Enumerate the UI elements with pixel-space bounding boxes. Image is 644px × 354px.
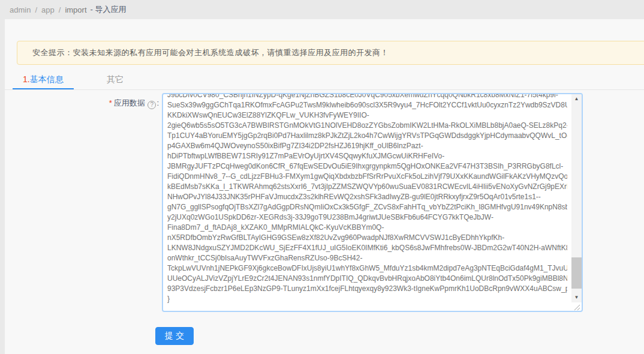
tab-basic-info-label: 基本信息 <box>30 74 64 84</box>
tab-number-prefix: 1. <box>23 74 30 84</box>
textarea-clip: J9bcDIv0CV980_CSBnjn1INZypD-qKge1NjZnBGZ… <box>163 94 582 311</box>
submit-button[interactable]: 提 交 <box>155 327 194 345</box>
main-content: 安全提示：安装未知来源的私有应用可能会对主机系统造成破坏，请慎重选择应用及应用的… <box>5 19 644 354</box>
breadcrumb-separator: / <box>59 5 61 14</box>
resize-handle-icon[interactable] <box>573 302 580 310</box>
scrollbar-thumb[interactable] <box>571 257 582 289</box>
app-data-value: J9bcDIv0CV980_CSBnjn1INZypD-qKge1NjZnBGZ… <box>167 94 567 304</box>
help-question-icon[interactable]: ? <box>148 101 156 109</box>
scroll-up-icon[interactable]: ▲ <box>571 94 582 104</box>
breadcrumb: admin / app / import - 导入应用 <box>0 0 644 19</box>
security-alert-text: 安全提示：安装未知来源的私有应用可能会对主机系统造成破坏，请慎重选择应用及应用的… <box>32 47 389 58</box>
tab-basic-info[interactable]: 1.基本信息 <box>13 71 74 89</box>
app-data-label-text: 应用数据 <box>114 98 145 107</box>
app-data-label: *应用数据 ?: <box>5 98 159 109</box>
breadcrumb-item-admin[interactable]: admin <box>10 5 31 14</box>
tab-other[interactable]: 其它 <box>97 71 134 89</box>
security-alert: 安全提示：安装未知来源的私有应用可能会对主机系统造成破坏，请慎重选择应用及应用的… <box>17 41 644 65</box>
scroll-down-icon[interactable]: ▼ <box>571 293 582 302</box>
label-colon: : <box>157 98 159 107</box>
tabs-bar: 1.基本信息 其它 <box>5 72 644 90</box>
breadcrumb-item-app[interactable]: app <box>41 5 55 14</box>
app-data-textarea[interactable]: J9bcDIv0CV980_CSBnjn1INZypD-qKge1NjZnBGZ… <box>162 93 583 312</box>
required-marker: * <box>109 98 112 107</box>
breadcrumb-item-import[interactable]: import <box>65 5 86 14</box>
breadcrumb-separator: / <box>35 5 37 14</box>
page-title: - 导入应用 <box>91 4 127 15</box>
textarea-scrollbar[interactable]: ▲ ▼ <box>571 94 582 302</box>
